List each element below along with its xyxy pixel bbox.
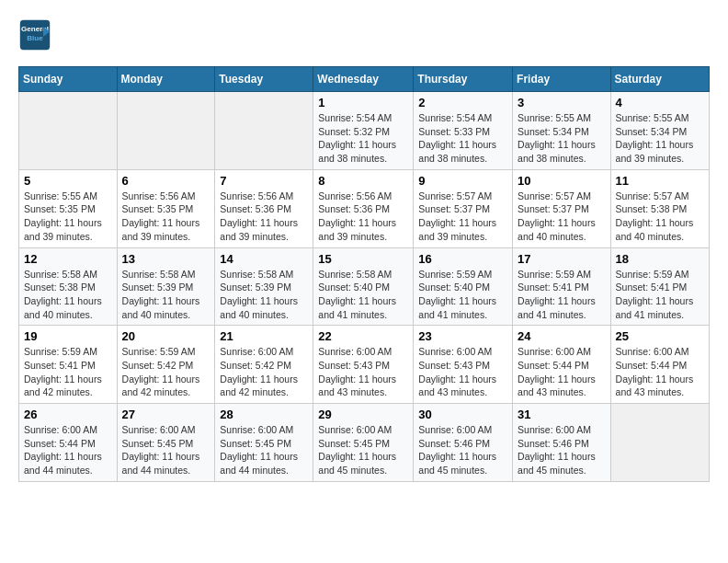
day-info: Sunrise: 5:54 AM Sunset: 5:32 PM Dayligh… [318,111,408,166]
sunset-text: Sunset: 5:39 PM [220,281,308,294]
day-info: Sunrise: 6:00 AM Sunset: 5:44 PM Dayligh… [24,423,112,477]
daylight-text: Daylight: 11 hours and 43 minutes. [518,373,606,399]
daylight-text: Daylight: 11 hours and 41 minutes. [418,294,507,321]
calendar-cell: 10 Sunrise: 5:57 AM Sunset: 5:37 PM Dayl… [513,169,611,247]
sunset-text: Sunset: 5:34 PM [616,125,704,139]
sunrise-text: Sunrise: 6:00 AM [518,345,606,359]
calendar-cell [215,92,313,170]
calendar-cell: 24 Sunrise: 6:00 AM Sunset: 5:44 PM Dayl… [513,326,611,404]
calendar-cell: 22 Sunrise: 6:00 AM Sunset: 5:43 PM Dayl… [313,326,414,404]
daylight-text: Daylight: 11 hours and 42 minutes. [24,373,112,399]
calendar-cell: 11 Sunrise: 5:57 AM Sunset: 5:38 PM Dayl… [610,169,709,247]
calendar-table: SundayMondayTuesdayWednesdayThursdayFrid… [18,66,710,482]
daylight-text: Daylight: 11 hours and 39 minutes. [616,138,704,165]
sunrise-text: Sunrise: 5:56 AM [220,190,308,203]
sunrise-text: Sunrise: 5:55 AM [518,111,606,125]
sunset-text: Sunset: 5:41 PM [518,281,606,294]
day-number: 13 [122,252,210,266]
sunrise-text: Sunrise: 5:55 AM [616,111,704,125]
daylight-text: Daylight: 11 hours and 44 minutes. [122,450,210,477]
day-info: Sunrise: 5:55 AM Sunset: 5:34 PM Dayligh… [616,111,704,166]
sunset-text: Sunset: 5:46 PM [518,437,606,451]
day-info: Sunrise: 6:00 AM Sunset: 5:44 PM Dayligh… [518,345,606,399]
calendar-cell: 2 Sunrise: 5:54 AM Sunset: 5:33 PM Dayli… [414,92,513,170]
sunset-text: Sunset: 5:35 PM [24,202,112,216]
sunrise-text: Sunrise: 6:00 AM [518,423,606,437]
calendar-cell: 25 Sunrise: 6:00 AM Sunset: 5:44 PM Dayl… [610,326,709,404]
sunrise-text: Sunrise: 5:58 AM [122,268,210,282]
sunrise-text: Sunrise: 5:56 AM [122,190,210,203]
sunrise-text: Sunrise: 6:00 AM [418,423,507,437]
day-number: 24 [518,329,606,343]
day-info: Sunrise: 6:00 AM Sunset: 5:44 PM Dayligh… [616,345,704,399]
daylight-text: Daylight: 11 hours and 38 minutes. [518,138,606,165]
daylight-text: Daylight: 11 hours and 43 minutes. [318,373,408,399]
daylight-text: Daylight: 11 hours and 41 minutes. [518,294,606,321]
calendar-cell: 28 Sunrise: 6:00 AM Sunset: 5:45 PM Dayl… [215,404,313,482]
daylight-text: Daylight: 11 hours and 40 minutes. [24,294,112,321]
day-info: Sunrise: 5:59 AM Sunset: 5:41 PM Dayligh… [616,268,704,322]
calendar-week-3: 12 Sunrise: 5:58 AM Sunset: 5:38 PM Dayl… [19,247,710,326]
day-info: Sunrise: 6:00 AM Sunset: 5:45 PM Dayligh… [318,423,408,477]
day-number: 27 [122,408,210,421]
calendar-cell: 3 Sunrise: 5:55 AM Sunset: 5:34 PM Dayli… [513,92,611,170]
day-info: Sunrise: 6:00 AM Sunset: 5:46 PM Dayligh… [518,423,606,477]
day-info: Sunrise: 6:00 AM Sunset: 5:46 PM Dayligh… [418,423,507,477]
day-info: Sunrise: 5:57 AM Sunset: 5:38 PM Dayligh… [616,190,704,244]
day-info: Sunrise: 6:00 AM Sunset: 5:45 PM Dayligh… [220,423,308,477]
sunset-text: Sunset: 5:44 PM [616,359,704,373]
sunrise-text: Sunrise: 5:54 AM [418,111,507,125]
day-info: Sunrise: 5:56 AM Sunset: 5:36 PM Dayligh… [220,190,308,244]
calendar-cell: 1 Sunrise: 5:54 AM Sunset: 5:32 PM Dayli… [313,92,414,170]
page-header: General Blue [18,18,710,52]
sunrise-text: Sunrise: 5:59 AM [24,345,112,359]
calendar-cell: 30 Sunrise: 6:00 AM Sunset: 5:46 PM Dayl… [414,404,513,482]
day-number: 31 [518,408,606,421]
day-number: 14 [220,252,308,266]
weekday-header-wednesday: Wednesday [313,67,414,92]
calendar-cell: 6 Sunrise: 5:56 AM Sunset: 5:35 PM Dayli… [117,169,215,247]
day-info: Sunrise: 5:55 AM Sunset: 5:35 PM Dayligh… [24,190,112,244]
day-info: Sunrise: 5:57 AM Sunset: 5:37 PM Dayligh… [518,190,606,244]
day-number: 4 [616,96,704,109]
sunrise-text: Sunrise: 5:58 AM [220,268,308,282]
daylight-text: Daylight: 11 hours and 44 minutes. [24,450,112,477]
calendar-cell: 18 Sunrise: 5:59 AM Sunset: 5:41 PM Dayl… [610,247,709,326]
calendar-cell: 15 Sunrise: 5:58 AM Sunset: 5:40 PM Dayl… [313,247,414,326]
daylight-text: Daylight: 11 hours and 44 minutes. [220,450,308,477]
daylight-text: Daylight: 11 hours and 40 minutes. [518,216,606,243]
day-number: 11 [616,174,704,188]
sunrise-text: Sunrise: 5:58 AM [318,268,408,282]
day-number: 21 [220,329,308,343]
calendar-cell: 16 Sunrise: 5:59 AM Sunset: 5:40 PM Dayl… [414,247,513,326]
weekday-header-monday: Monday [117,67,215,92]
day-info: Sunrise: 6:00 AM Sunset: 5:42 PM Dayligh… [220,345,308,399]
day-number: 26 [24,408,112,421]
sunset-text: Sunset: 5:46 PM [418,437,507,451]
sunrise-text: Sunrise: 6:00 AM [24,423,112,437]
sunset-text: Sunset: 5:44 PM [24,437,112,451]
calendar-cell: 23 Sunrise: 6:00 AM Sunset: 5:43 PM Dayl… [414,326,513,404]
sunset-text: Sunset: 5:36 PM [318,202,408,216]
sunrise-text: Sunrise: 5:59 AM [616,268,704,282]
day-info: Sunrise: 5:57 AM Sunset: 5:37 PM Dayligh… [418,190,507,244]
calendar-header: SundayMondayTuesdayWednesdayThursdayFrid… [19,67,710,92]
sunset-text: Sunset: 5:33 PM [418,125,507,139]
day-number: 19 [24,329,112,343]
daylight-text: Daylight: 11 hours and 38 minutes. [418,138,507,165]
sunset-text: Sunset: 5:45 PM [318,437,408,451]
sunset-text: Sunset: 5:41 PM [24,359,112,373]
calendar-cell: 20 Sunrise: 5:59 AM Sunset: 5:42 PM Dayl… [117,326,215,404]
sunrise-text: Sunrise: 6:00 AM [122,423,210,437]
calendar-week-5: 26 Sunrise: 6:00 AM Sunset: 5:44 PM Dayl… [19,404,710,482]
sunrise-text: Sunrise: 5:56 AM [318,190,408,203]
day-info: Sunrise: 5:55 AM Sunset: 5:34 PM Dayligh… [518,111,606,166]
sunset-text: Sunset: 5:36 PM [220,202,308,216]
sunrise-text: Sunrise: 5:54 AM [318,111,408,125]
calendar-cell: 29 Sunrise: 6:00 AM Sunset: 5:45 PM Dayl… [313,404,414,482]
sunrise-text: Sunrise: 5:59 AM [518,268,606,282]
sunset-text: Sunset: 5:37 PM [518,202,606,216]
sunrise-text: Sunrise: 6:00 AM [220,345,308,359]
sunset-text: Sunset: 5:35 PM [122,202,210,216]
day-number: 10 [518,174,606,188]
